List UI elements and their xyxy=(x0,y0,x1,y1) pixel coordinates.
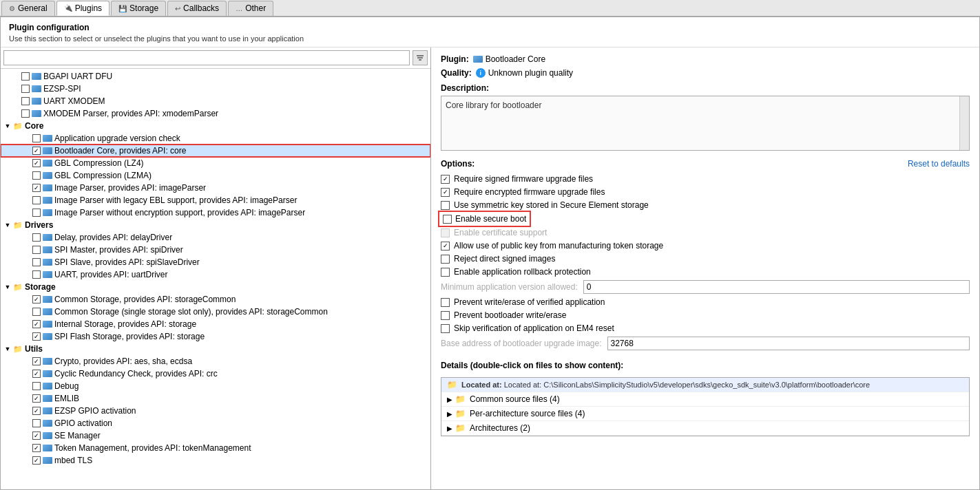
option-checkbox-enable-secure-boot[interactable] xyxy=(443,215,452,224)
list-item[interactable]: Token Management, provides API: tokenMan… xyxy=(1,442,430,454)
option-checkbox-enable-cert[interactable] xyxy=(441,228,450,237)
item-checkbox[interactable] xyxy=(32,209,41,217)
tree-area[interactable]: BGAPI UART DFU EZSP-SPI UART XMODEM xyxy=(1,69,430,489)
list-item-bootloader-core[interactable]: Bootloader Core, provides API: core xyxy=(1,145,430,157)
item-checkbox[interactable] xyxy=(32,147,41,155)
desc-box: Core library for bootloader xyxy=(441,96,970,151)
list-item[interactable]: Image Parser, provides API: imageParser xyxy=(1,182,430,194)
details-per-arch-source[interactable]: ▶ 📁 Per-architecture source files (4) xyxy=(441,407,969,421)
option-checkbox-enable-rollback[interactable] xyxy=(441,268,450,277)
list-item[interactable]: EZSP-SPI xyxy=(1,83,430,95)
group-item-drivers[interactable]: ▼ 📁 Drivers xyxy=(1,219,430,231)
item-checkbox[interactable] xyxy=(32,382,41,390)
list-item[interactable]: BGAPI UART DFU xyxy=(1,70,430,83)
group-item-storage[interactable]: ▼ 📁 Storage xyxy=(1,281,430,293)
option-use-symmetric[interactable]: Use symmetric key stored in Secure Eleme… xyxy=(441,200,970,210)
item-checkbox[interactable] xyxy=(21,72,30,81)
reset-to-defaults-link[interactable]: Reset to defaults xyxy=(908,159,970,169)
item-checkbox[interactable] xyxy=(32,407,41,415)
plugin-type-icon xyxy=(43,158,52,168)
option-prevent-bootloader[interactable]: Prevent bootloader write/erase xyxy=(441,310,970,320)
filter-button[interactable] xyxy=(413,50,428,65)
item-checkbox[interactable] xyxy=(32,295,41,303)
details-common-source[interactable]: ▶ 📁 Common source files (4) xyxy=(441,392,969,407)
group-item-utils[interactable]: ▼ 📁 Utils xyxy=(1,343,430,355)
desc-scrollbar[interactable] xyxy=(959,96,969,150)
option-checkbox-require-encrypted[interactable] xyxy=(441,188,450,197)
item-checkbox[interactable] xyxy=(21,109,30,118)
item-checkbox[interactable] xyxy=(32,432,41,440)
item-checkbox[interactable] xyxy=(21,97,30,105)
item-checkbox[interactable] xyxy=(32,184,41,192)
item-checkbox[interactable] xyxy=(32,134,41,142)
option-checkbox-skip-verification[interactable] xyxy=(441,324,450,333)
option-checkbox-allow-public-key[interactable] xyxy=(441,242,450,251)
list-item[interactable]: UART XMODEM xyxy=(1,95,430,107)
item-checkbox[interactable] xyxy=(32,357,41,365)
list-item[interactable]: Application upgrade version check xyxy=(1,132,430,145)
list-item[interactable]: SPI Master, provides API: spiDriver xyxy=(1,244,430,256)
list-item[interactable]: Internal Storage, provides API: storage xyxy=(1,318,430,330)
tab-storage[interactable]: 💾 Storage xyxy=(111,1,166,16)
option-reject-direct[interactable]: Reject direct signed images xyxy=(441,254,970,264)
list-item[interactable]: Common Storage, provides API: storageCom… xyxy=(1,293,430,306)
item-checkbox[interactable] xyxy=(32,233,41,242)
option-skip-verification[interactable]: Skip verification of application on EM4 … xyxy=(441,323,970,333)
details-architectures[interactable]: ▶ 📁 Architectures (2) xyxy=(441,421,969,436)
list-item[interactable]: Cyclic Redundancy Check, provides API: c… xyxy=(1,368,430,380)
item-checkbox[interactable] xyxy=(32,159,41,167)
item-checkbox[interactable] xyxy=(32,444,41,452)
list-item[interactable]: Delay, provides API: delayDriver xyxy=(1,231,430,244)
list-item[interactable]: EZSP GPIO activation xyxy=(1,405,430,417)
list-item[interactable]: Crypto, provides API: aes, sha, ecdsa xyxy=(1,355,430,368)
list-item[interactable]: SPI Flash Storage, provides API: storage xyxy=(1,330,430,343)
list-item[interactable]: Debug xyxy=(1,380,430,392)
list-item[interactable]: GBL Compression (LZMA) xyxy=(1,169,430,182)
item-checkbox[interactable] xyxy=(32,370,41,378)
tab-plugins[interactable]: 🔌 Plugins xyxy=(56,1,110,16)
option-enable-cert[interactable]: Enable certificate support xyxy=(441,228,970,237)
option-checkbox-reject-direct[interactable] xyxy=(441,255,450,264)
search-input[interactable] xyxy=(3,50,410,65)
item-checkbox[interactable] xyxy=(32,270,41,279)
item-checkbox[interactable] xyxy=(32,394,41,403)
list-item[interactable]: SE Manager xyxy=(1,429,430,442)
item-checkbox[interactable] xyxy=(32,258,41,266)
min-version-input[interactable] xyxy=(583,280,970,294)
option-checkbox-prevent-bootloader[interactable] xyxy=(441,311,450,320)
enable-secure-boot-highlighted[interactable]: Enable secure boot xyxy=(441,213,528,224)
option-require-signed[interactable]: Require signed firmware upgrade files xyxy=(441,174,970,184)
item-checkbox[interactable] xyxy=(32,171,41,180)
list-item[interactable]: Image Parser without encryption support,… xyxy=(1,206,430,219)
item-checkbox[interactable] xyxy=(32,332,41,341)
option-checkbox-use-symmetric[interactable] xyxy=(441,201,450,210)
group-item-core[interactable]: ▼ 📁 Core xyxy=(1,120,430,132)
tab-other[interactable]: … Other xyxy=(228,1,273,16)
list-item[interactable]: mbed TLS xyxy=(1,454,430,467)
option-enable-rollback[interactable]: Enable application rollback protection xyxy=(441,267,970,277)
option-checkbox-require-signed[interactable] xyxy=(441,175,450,184)
item-checkbox[interactable] xyxy=(32,419,41,427)
option-enable-secure-boot[interactable]: Enable secure boot xyxy=(441,213,970,224)
base-address-input[interactable] xyxy=(607,337,970,350)
list-item[interactable]: Image Parser with legacy EBL support, pr… xyxy=(1,194,430,206)
item-checkbox[interactable] xyxy=(21,85,30,93)
list-item[interactable]: EMLIB xyxy=(1,392,430,405)
list-item[interactable]: GPIO activation xyxy=(1,417,430,429)
item-checkbox[interactable] xyxy=(32,308,41,316)
tab-general[interactable]: ⚙ General xyxy=(1,1,55,16)
item-checkbox[interactable] xyxy=(32,246,41,254)
tab-callbacks[interactable]: ↩ Callbacks xyxy=(167,1,227,16)
list-item[interactable]: GBL Compression (LZ4) xyxy=(1,157,430,169)
item-checkbox[interactable] xyxy=(32,456,41,465)
option-allow-public-key[interactable]: Allow use of public key from manufacturi… xyxy=(441,241,970,251)
item-checkbox[interactable] xyxy=(32,196,41,204)
option-require-encrypted[interactable]: Require encrypted firmware upgrade files xyxy=(441,187,970,197)
option-prevent-write-erase[interactable]: Prevent write/erase of verified applicat… xyxy=(441,297,970,307)
list-item[interactable]: SPI Slave, provides API: spiSlaveDriver xyxy=(1,256,430,268)
option-checkbox-prevent-write-erase[interactable] xyxy=(441,298,450,307)
list-item[interactable]: UART, provides API: uartDriver xyxy=(1,268,430,281)
item-checkbox[interactable] xyxy=(32,320,41,328)
list-item[interactable]: XMODEM Parser, provides API: xmodemParse… xyxy=(1,107,430,120)
list-item[interactable]: Common Storage (single storage slot only… xyxy=(1,306,430,318)
